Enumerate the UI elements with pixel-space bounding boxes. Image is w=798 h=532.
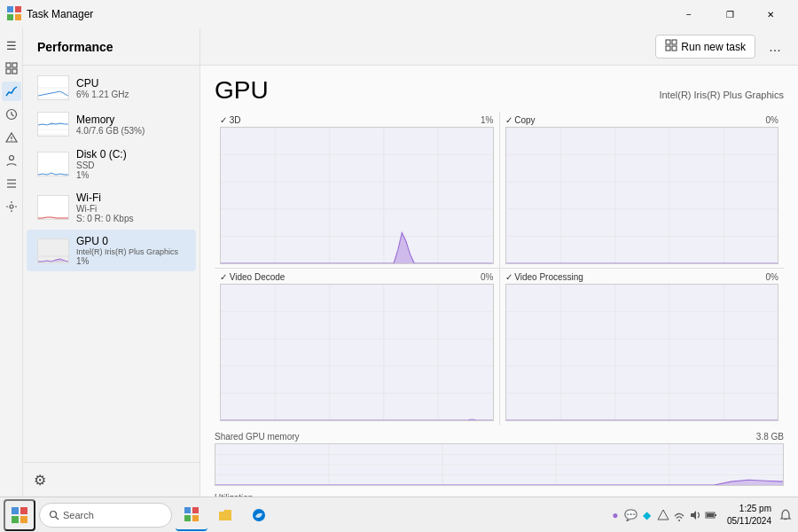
memory-name: Memory [76,113,185,126]
shared-mem-header: Shared GPU memory 3.8 GB [215,432,784,442]
chart-copy-label: ✓ Copy [505,115,536,125]
chart-vd-pct: 0% [481,272,493,282]
tray-battery-icon[interactable] [704,508,718,522]
svg-rect-91 [707,513,714,517]
window-title: Task Manager [27,8,669,20]
wifi-sub2: S: 0 R: 0 Kbps [76,214,185,223]
sidebar: Performance CPU 6% 1.21 GHz [23,28,200,497]
sidebar-item-memory[interactable]: Memory 4.0/7.6 GB (53%) [27,106,196,142]
wifi-info: Wi-Fi Wi-Fi S: 0 R: 0 Kbps [76,192,185,223]
settings-button[interactable]: ⚙ [30,470,50,489]
svg-point-11 [11,140,12,141]
disk-sub: SSD [76,160,185,170]
svg-rect-0 [7,6,13,12]
tray-volume-icon[interactable] [688,508,702,522]
start-button[interactable] [4,499,35,531]
svg-rect-81 [184,507,191,513]
svg-rect-5 [12,63,17,67]
sidebar-item-disk[interactable]: Disk 0 (C:) SSD 1% [27,143,196,185]
svg-marker-74 [215,480,783,485]
chart-vp-area [505,284,779,421]
svg-rect-4 [6,63,11,67]
sidebar-item-gpu[interactable]: GPU 0 Intel(R) Iris(R) Plus Graphics 1% [27,230,196,271]
app-icon [7,6,21,23]
svg-rect-31 [672,40,677,44]
tray-icon-3[interactable]: ◆ [640,508,654,522]
memory-thumbnail [37,112,69,137]
svg-point-79 [51,511,57,517]
taskbar-app-taskmanager[interactable] [176,499,207,531]
close-button[interactable]: ✕ [750,0,791,28]
run-new-task-button[interactable]: Run new task [655,35,755,59]
run-new-task-label: Run new task [681,41,746,53]
svg-rect-1 [15,6,21,12]
svg-rect-3 [15,14,21,20]
taskbar-search[interactable]: Search [39,503,172,528]
main-header: Run new task ... [200,28,798,66]
chart-vp-label: ✓ Video Processing [505,272,583,282]
restore-button[interactable]: ❐ [709,0,750,28]
gpu-device-name: Intel(R) Iris(R) Plus Graphics [659,90,784,100]
minimize-button[interactable]: − [669,0,709,28]
chart-vp-pct: 0% [766,272,778,282]
main-content: Run new task ... GPU Intel(R) Iris(R) Pl… [200,28,798,497]
users-icon-button[interactable] [2,151,21,170]
taskbar-app-edge[interactable] [243,499,275,531]
svg-rect-76 [20,507,27,514]
startup-icon-button[interactable] [2,128,21,147]
notification-button[interactable] [777,499,794,531]
more-options-button[interactable]: ... [763,35,787,59]
tray-vpn-icon[interactable] [656,508,670,522]
sidebar-item-wifi[interactable]: Wi-Fi Wi-Fi S: 0 R: 0 Kbps [27,186,196,229]
chart-cell-video-decode: ✓ Video Decode 0% [215,269,499,425]
shared-mem-max: 3.8 GB [756,432,784,442]
titlebar: Task Manager − ❐ ✕ [0,0,798,28]
svg-marker-86 [658,510,669,520]
icon-bar: ☰ [0,28,23,497]
chart-vd-area [220,284,494,421]
chart-cell-copy: ✓ Copy 0% [500,112,785,268]
chart-copy-pct: 0% [766,115,778,125]
cpu-info: CPU 6% 1.21 GHz [76,77,185,99]
svg-rect-7 [12,69,17,74]
taskbar: Search ● 💬 ◆ [0,497,798,532]
wifi-name: Wi-Fi [76,192,185,204]
sidebar-footer: ⚙ [23,462,200,497]
gpu-view: GPU Intel(R) Iris(R) Plus Graphics ✓ 3D … [200,66,798,497]
taskbar-app-folder[interactable] [209,499,241,531]
chart-3d-label: ✓ 3D [220,115,241,125]
time-display: 1:25 pm [727,503,771,515]
process-icon-button[interactable] [2,59,21,78]
gpu-title-row: GPU Intel(R) Iris(R) Plus Graphics [215,76,784,105]
gpu-main-title: GPU [215,76,269,105]
shared-mem-bar [215,443,784,486]
shared-mem-label: Shared GPU memory [215,432,300,442]
memory-sub: 4.0/7.6 GB (53%) [76,126,185,136]
run-new-task-icon [665,39,677,54]
svg-rect-6 [6,69,11,74]
svg-rect-33 [672,46,677,51]
cpu-sub: 6% 1.21 GHz [76,90,185,99]
taskbar-tray: ● 💬 ◆ [605,508,722,522]
chart-cell-video-processing: ✓ Video Processing 0% [500,269,785,425]
services-icon-button[interactable] [2,197,21,216]
details-icon-button[interactable] [2,174,21,193]
chart-cell-3d: ✓ 3D 1% [215,112,499,268]
svg-marker-88 [691,511,696,520]
tray-icon-2[interactable]: 💬 [624,508,638,522]
app-history-icon-button[interactable] [2,105,21,124]
sidebar-items: CPU 6% 1.21 GHz Memory 4.0/7.6 GB (53%) [23,66,200,462]
tray-icon-1[interactable]: ● [608,508,622,522]
wifi-thumbnail [37,195,69,220]
tray-wifi-icon[interactable] [672,508,686,522]
performance-icon-button[interactable] [2,82,21,101]
svg-rect-30 [666,40,670,44]
menu-icon-button[interactable]: ☰ [2,35,21,55]
sidebar-item-cpu[interactable]: CPU 6% 1.21 GHz [27,70,196,106]
gpu-name: GPU 0 [76,235,185,247]
date-display: 05/11/2024 [727,515,771,528]
svg-rect-84 [192,515,199,521]
gpu-sub2: 1% [76,256,185,266]
svg-point-12 [9,156,13,160]
taskbar-time: 1:25 pm 05/11/2024 [724,503,775,528]
